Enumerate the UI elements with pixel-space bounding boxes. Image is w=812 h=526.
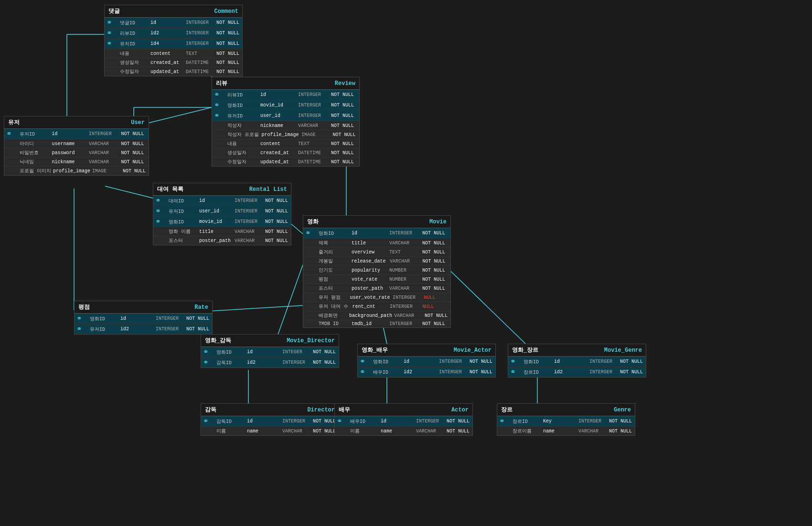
- table-row: 포스터 poster_path VARCHAR NOT NULL: [303, 284, 450, 293]
- movie-korean-title: 영화: [307, 218, 319, 226]
- table-row: 생성일자 created_at DATETIME NOT NULL: [105, 58, 242, 67]
- movie-genre-korean-title: 영화_장르: [512, 346, 538, 354]
- fk-icon: ⚭: [203, 358, 214, 367]
- rental-english-title: Rental List: [249, 186, 287, 193]
- movie-director-korean-title: 영화_감독: [205, 337, 231, 345]
- table-row: ⚭ 배우ID id INTERGER NOT NULL: [335, 416, 472, 427]
- table-movie-director: 영화_감독 Movie_Director ⚭ 영화ID id INTEGER N…: [201, 334, 339, 368]
- genre-korean-title: 장르: [501, 406, 513, 414]
- table-row: 인기도 popularity NUMBER NOT NULL: [303, 266, 450, 275]
- genre-english-title: Genre: [614, 407, 631, 413]
- table-row: 이름 name VARCHAR NOT NULL: [201, 427, 339, 435]
- table-row: ⚭ 배우ID id2 INTERGER NOT NULL: [358, 367, 495, 377]
- table-row: ⚭ 감독ID id INTERGER NOT NULL: [201, 416, 339, 427]
- movie-actor-english-title: Movie_Actor: [454, 347, 491, 354]
- table-row: ⚭ 유저ID id INTERGER NOT NULL: [4, 129, 149, 139]
- movie-english-title: Movie: [429, 219, 447, 225]
- table-row: ⚭ 영화ID id INTEGER NOT NULL: [201, 347, 339, 358]
- table-row: 수정일자 updated_at DATETIME NOT NULL: [105, 67, 242, 76]
- fk-icon: ⚭: [214, 112, 225, 120]
- table-row: ⚭ 영화ID id INTERGER NOT NULL: [75, 314, 212, 324]
- table-row: 장르이름 name VARCHAR NOT NULL: [497, 427, 635, 435]
- table-row: 이름 name VARCHAR NOT NULL: [335, 427, 472, 435]
- table-row: ⚭ 영화ID movie_id INTERGER NOT NULL: [212, 100, 359, 111]
- table-row: ⚭ 대여ID id INTERGER NOT NULL: [153, 196, 291, 206]
- review-english-title: Review: [335, 80, 355, 87]
- table-row: 유저 대여 수 rent_cnt INTERGER NULL: [303, 302, 450, 311]
- table-row: ⚭ 유저ID id2 INTERGER NOT NULL: [75, 324, 212, 334]
- table-row: ⚭ 리뷰ID id INTERGER NOT NULL: [212, 90, 359, 100]
- user-korean-title: 유저: [8, 118, 20, 126]
- table-genre: 장르 Genre ⚭ 장르ID Key INTERGER NOT NULL 장르…: [497, 403, 635, 436]
- svg-line-13: [444, 265, 525, 344]
- actor-korean-title: 배우: [339, 406, 350, 414]
- table-row: 내용 content TEXT NOT NULL: [105, 49, 242, 58]
- director-english-title: Director: [307, 407, 335, 413]
- table-row: ⚭ 감독ID id2 INTERGER NOT NULL: [201, 358, 339, 368]
- fk-icon: ⚭: [510, 358, 522, 366]
- table-row: ⚭ 유저ID user_id INTERGER NOT NULL: [153, 206, 291, 217]
- fk-icon: ⚭: [155, 218, 167, 226]
- table-row: ⚭ 영화ID id INTERGER NOT NULL: [358, 357, 495, 367]
- fk-icon: ⚭: [203, 417, 214, 425]
- fk-icon: ⚭: [214, 91, 225, 99]
- fk-icon: ⚭: [107, 29, 118, 37]
- fk-icon: ⚭: [107, 19, 118, 27]
- table-row: ⚭ 영화ID id INTERGER NOT NULL: [508, 357, 646, 367]
- table-rental: 대여 목록 Rental List ⚭ 대여ID id INTERGER NOT…: [153, 183, 291, 245]
- fk-icon: ⚭: [214, 101, 225, 109]
- comment-korean-title: 댓글: [108, 7, 120, 15]
- fk-icon: ⚭: [107, 40, 118, 48]
- user-english-title: User: [131, 119, 145, 126]
- table-row: 제목 title VARCHAR NOT NULL: [303, 239, 450, 248]
- rate-korean-title: 평점: [78, 303, 90, 311]
- table-row: 평점 vote_rate NUMBER NOT NULL: [303, 275, 450, 284]
- table-row: 프로필 이미지 profile_image IMAGE NOT NULL: [4, 167, 149, 175]
- table-row: ⚭ 영화ID movie_id INTERGER NOT NULL: [153, 217, 291, 227]
- fk-icon: ⚭: [76, 325, 88, 333]
- movie-genre-english-title: Movie_Genre: [604, 347, 642, 354]
- table-row: ⚭ 유저ID id4 INTERGER NOT NULL: [105, 39, 242, 49]
- fk-icon: ⚭: [360, 358, 371, 366]
- movie-actor-korean-title: 영화_배우: [362, 346, 388, 354]
- table-row: ⚭ 영화ID id INTERGER NOT NULL: [303, 228, 450, 239]
- svg-line-11: [275, 265, 303, 344]
- movie-director-english-title: Movie_Director: [287, 337, 335, 344]
- table-row: 유저 평점 user_vote_rate INTERGER NULL: [303, 293, 450, 302]
- table-row: ⚭ 유저ID user_id INTERGER NOT NULL: [212, 111, 359, 121]
- table-row: 생성일자 created_at DATETIME NOT NULL: [212, 148, 359, 158]
- table-row: TMDB ID tmdb_id INTERGER NOT NULL: [303, 320, 450, 327]
- svg-line-7: [105, 186, 153, 198]
- fk-icon: ⚭: [360, 368, 371, 376]
- table-row: 포스터 poster_path VARCHAR NOT NULL: [153, 236, 291, 245]
- table-row: 비밀번호 password VARCHAR NOT NULL: [4, 148, 149, 158]
- table-actor: 배우 Actor ⚭ 배우ID id INTERGER NOT NULL 이름 …: [334, 403, 473, 436]
- table-row: 아이디 username VARCHAR NOT NULL: [4, 139, 149, 148]
- table-row: 배경화면 background_path VARCHAR NOT NULL: [303, 311, 450, 320]
- table-row: ⚭ 댓글ID id INTERGER NOT NULL: [105, 18, 242, 28]
- table-row: 영화 이름 title VARCHAR NOT NULL: [153, 227, 291, 236]
- fk-icon: ⚭: [76, 315, 88, 323]
- fk-icon: ⚭: [499, 417, 511, 425]
- table-movie: 영화 Movie ⚭ 영화ID id INTERGER NOT NULL 제목 …: [303, 215, 451, 328]
- table-row: 수정일자 updated_at DATETIME NOT NULL: [212, 158, 359, 166]
- comment-english-title: Comment: [214, 8, 238, 15]
- table-row: 개봉일 release_date VARCHAR NOT NULL: [303, 257, 450, 266]
- rental-korean-title: 대여 목록: [157, 185, 183, 193]
- actor-english-title: Actor: [451, 407, 469, 413]
- table-director: 감독 Director ⚭ 감독ID id INTERGER NOT NULL …: [201, 403, 339, 436]
- fk-icon: ⚭: [337, 417, 348, 425]
- table-row: 내용 content TEXT NOT NULL: [212, 139, 359, 148]
- table-user: 유저 User ⚭ 유저ID id INTERGER NOT NULL 아이디 …: [4, 116, 149, 176]
- review-korean-title: 리뷰: [216, 79, 227, 87]
- table-rate: 평점 Rate ⚭ 영화ID id INTERGER NOT NULL ⚭ 유저…: [74, 301, 213, 335]
- table-movie-actor: 영화_배우 Movie_Actor ⚭ 영화ID id INTERGER NOT…: [357, 344, 496, 378]
- table-row: ⚭ 장르ID id2 INTERGER NOT NULL: [508, 367, 646, 377]
- rate-english-title: Rate: [194, 304, 208, 311]
- table-row: 닉네임 nickname VARCHAR NOT NULL: [4, 158, 149, 167]
- fk-icon: ⚭: [155, 197, 167, 205]
- table-row: ⚭ 리뷰ID id2 INTERGER NOT NULL: [105, 28, 242, 39]
- table-row: 줄거리 overview TEXT NOT NULL: [303, 248, 450, 257]
- fk-icon: ⚭: [510, 368, 522, 376]
- fk-icon: ⚭: [305, 229, 317, 237]
